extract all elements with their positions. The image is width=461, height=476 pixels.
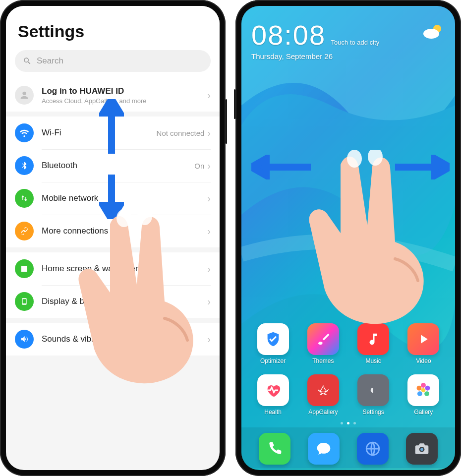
gesture-hand-icon	[306, 150, 435, 328]
chevron-right-icon: ›	[207, 90, 211, 101]
mobile-data-icon	[15, 189, 34, 208]
row-more-connections[interactable]: More connections ›	[6, 215, 220, 247]
row-display-brightness[interactable]: Display & brightness ›	[6, 285, 220, 318]
section-display: Home screen & wallpaper › Display & brig…	[6, 252, 220, 318]
svg-point-6	[425, 386, 430, 391]
row-login[interactable]: Log in to HUAWEI ID Access Cloud, AppGal…	[6, 79, 220, 112]
svg-point-5	[421, 383, 426, 388]
phone-homescreen: 08:08 Touch to add city Thursday, Septem…	[235, 0, 461, 476]
login-title: Log in to HUAWEI ID	[42, 86, 207, 96]
svg-point-8	[417, 391, 422, 396]
svg-point-3	[423, 29, 439, 39]
svg-point-14	[368, 150, 383, 166]
avatar-icon	[15, 86, 34, 105]
flower-icon	[415, 382, 432, 399]
app-health[interactable]: Health	[250, 374, 295, 416]
page-title: Settings	[18, 22, 208, 41]
svg-point-7	[425, 391, 430, 396]
chevron-right-icon: ›	[207, 263, 211, 275]
row-home-wallpaper[interactable]: Home screen & wallpaper ›	[6, 252, 220, 285]
brush-icon	[316, 332, 331, 347]
chevron-right-icon: ›	[207, 160, 211, 172]
music-note-icon	[366, 332, 381, 347]
page-indicator	[241, 422, 455, 424]
heart-icon	[265, 382, 282, 399]
volume-icon	[15, 330, 34, 349]
dock-messages[interactable]	[308, 433, 340, 465]
app-video[interactable]: Video	[401, 323, 446, 364]
wifi-icon	[15, 123, 34, 142]
phone-handset-icon	[267, 441, 283, 457]
chevron-right-icon: ›	[207, 127, 211, 139]
message-icon	[316, 441, 332, 457]
arrow-right-icon	[395, 155, 450, 179]
dock	[241, 427, 455, 470]
app-themes[interactable]: Themes	[300, 323, 346, 364]
clock-time: 08:08	[251, 19, 326, 51]
settings-screen: Settings Search Log in to HUAWEI ID Acce…	[6, 6, 220, 470]
huawei-icon	[315, 382, 332, 399]
chevron-right-icon: ›	[207, 193, 211, 204]
search-icon	[23, 57, 32, 65]
chevron-right-icon: ›	[207, 296, 211, 307]
dock-browser[interactable]	[357, 433, 389, 465]
home-screen[interactable]: 08:08 Touch to add city Thursday, Septem…	[241, 6, 455, 470]
row-sounds[interactable]: Sounds & vibration ›	[6, 323, 220, 356]
search-input[interactable]: Search	[15, 50, 211, 72]
svg-point-9	[417, 386, 422, 391]
row-bluetooth[interactable]: Bluetooth On ›	[6, 149, 220, 182]
section-sound: Sounds & vibration ›	[6, 323, 220, 356]
dock-phone[interactable]	[259, 433, 290, 465]
shield-icon	[265, 331, 282, 348]
link-icon	[15, 222, 34, 240]
play-icon	[416, 332, 431, 347]
section-account: Log in to HUAWEI ID Access Cloud, AppGal…	[6, 79, 220, 112]
app-grid: Optimizer Themes Music Video	[241, 323, 455, 416]
app-gallery[interactable]: Gallery	[401, 374, 446, 416]
svg-point-4	[421, 388, 426, 393]
chevron-right-icon: ›	[207, 334, 211, 345]
app-optimizer[interactable]: Optimizer	[250, 323, 295, 364]
row-wifi[interactable]: Wi-Fi Not connected ›	[6, 117, 220, 149]
weather-icon[interactable]	[422, 23, 444, 41]
globe-icon	[364, 440, 381, 457]
clock-widget[interactable]: 08:08 Touch to add city Thursday, Septem…	[251, 19, 445, 60]
app-appgallery[interactable]: AppGallery	[300, 374, 346, 416]
phone-icon	[15, 292, 34, 311]
dock-camera[interactable]	[406, 433, 438, 465]
clock-date: Thursday, September 26	[251, 52, 445, 60]
row-mobile-network[interactable]: Mobile network ›	[6, 182, 220, 215]
phone-settings: Settings Search Log in to HUAWEI ID Acce…	[0, 0, 226, 476]
section-connectivity: Wi-Fi Not connected › Bluetooth On › Mob…	[6, 117, 220, 247]
search-placeholder: Search	[37, 56, 63, 66]
gear-icon	[365, 382, 381, 398]
svg-point-13	[347, 150, 362, 168]
camera-icon	[414, 441, 430, 457]
arrow-left-icon	[251, 155, 311, 179]
settings-header: Settings	[6, 6, 220, 50]
app-music[interactable]: Music	[351, 323, 396, 364]
chevron-right-icon: ›	[207, 226, 211, 237]
svg-point-12	[420, 448, 423, 451]
clock-city-hint[interactable]: Touch to add city	[331, 39, 380, 46]
image-icon	[15, 259, 34, 278]
app-settings[interactable]: Settings	[351, 374, 396, 416]
login-sub: Access Cloud, AppGallery, and more	[42, 97, 207, 105]
bluetooth-icon	[15, 156, 34, 175]
